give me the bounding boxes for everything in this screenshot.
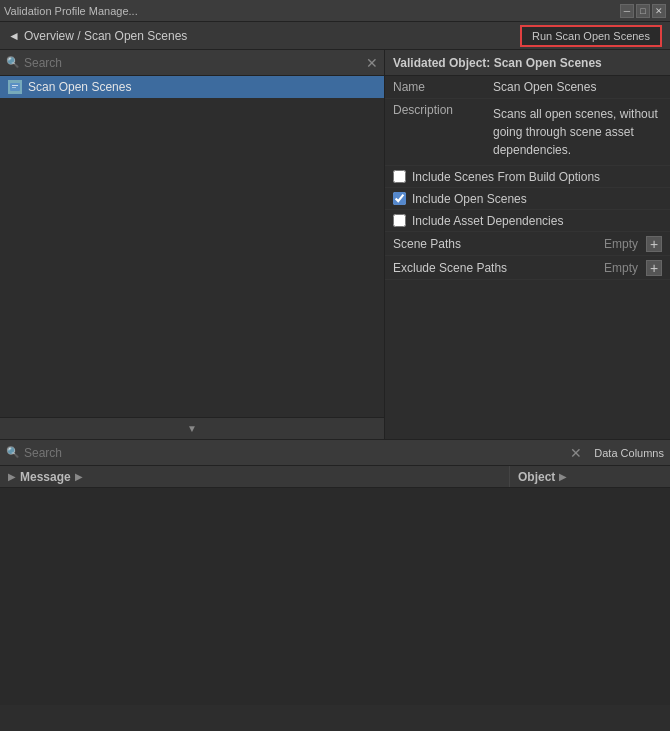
message-col-expand-icon: ▶ <box>8 471 16 482</box>
description-value: Scans all open scenes, without going thr… <box>485 99 670 165</box>
log-column-message: ▶ Message ▶ <box>0 466 510 487</box>
search-input[interactable] <box>24 56 362 70</box>
checkbox-build-options-input[interactable] <box>393 170 406 183</box>
checkbox-include-open-scenes: Include Open Scenes <box>385 188 670 210</box>
log-table-header: ▶ Message ▶ Object ▶ <box>0 466 670 488</box>
svg-rect-1 <box>12 85 18 86</box>
filter-bar: ▼ <box>0 417 384 439</box>
maximize-button[interactable]: □ <box>636 4 650 18</box>
name-value: Scan Open Scenes <box>485 76 670 98</box>
close-button[interactable]: ✕ <box>652 4 666 18</box>
minimize-button[interactable]: ─ <box>620 4 634 18</box>
object-col-header: Object <box>518 470 555 484</box>
scene-paths-right: Empty + <box>604 236 662 252</box>
title-bar-left: Validation Profile Manage... <box>4 5 138 17</box>
run-scan-button[interactable]: Run Scan Open Scenes <box>520 25 662 47</box>
message-col-header: Message <box>20 470 71 484</box>
scene-paths-add-button[interactable]: + <box>646 236 662 252</box>
filter-icon: ▼ <box>187 423 197 434</box>
prop-name-row: Name Scan Open Scenes <box>385 76 670 99</box>
name-label: Name <box>385 76 485 98</box>
left-panel: 🔍 ✕ Scan Open Scenes ▼ <box>0 50 385 439</box>
log-search-input[interactable] <box>24 446 566 460</box>
title-bar: Validation Profile Manage... ─ □ ✕ <box>0 0 670 22</box>
main-content: 🔍 ✕ Scan Open Scenes ▼ Validated <box>0 50 670 440</box>
properties-area: Name Scan Open Scenes Description Scans … <box>385 76 670 439</box>
checkbox-asset-deps-input[interactable] <box>393 214 406 227</box>
log-search-bar: 🔍 ✕ Data Columns <box>0 440 670 466</box>
title-bar-controls: ─ □ ✕ <box>620 4 666 18</box>
window-title: Validation Profile Manage... <box>4 5 138 17</box>
breadcrumb-bar: ◄ Overview / Scan Open Scenes Run Scan O… <box>0 22 670 50</box>
prop-description-row: Description Scans all open scenes, witho… <box>385 99 670 166</box>
log-search-clear-button[interactable]: ✕ <box>570 445 582 461</box>
exclude-scene-paths-add-button[interactable]: + <box>646 260 662 276</box>
log-search-left: 🔍 ✕ <box>6 445 582 461</box>
exclude-scene-paths-empty: Empty <box>604 261 638 275</box>
message-col-arrow-icon: ▶ <box>75 471 83 482</box>
exclude-scene-paths-right: Empty + <box>604 260 662 276</box>
validated-header-text: Validated Object: Scan Open Scenes <box>393 56 602 70</box>
log-panel: 🔍 ✕ Data Columns ▶ Message ▶ Object ▶ <box>0 440 670 705</box>
description-label: Description <box>385 99 485 121</box>
log-search-icon: 🔍 <box>6 446 20 459</box>
scene-paths-label: Scene Paths <box>393 237 461 251</box>
checkbox-include-build-options: Include Scenes From Build Options <box>385 166 670 188</box>
checkbox-asset-deps-label: Include Asset Dependencies <box>412 214 563 228</box>
search-icon: 🔍 <box>6 56 20 69</box>
scene-paths-empty: Empty <box>604 237 638 251</box>
log-content-area <box>0 488 670 705</box>
log-column-object: Object ▶ <box>510 466 670 487</box>
right-panel: Validated Object: Scan Open Scenes Name … <box>385 50 670 439</box>
scene-paths-row: Scene Paths Empty + <box>385 232 670 256</box>
checkbox-open-scenes-input[interactable] <box>393 192 406 205</box>
data-columns-button[interactable]: Data Columns <box>586 447 664 459</box>
exclude-scene-paths-row: Exclude Scene Paths Empty + <box>385 256 670 280</box>
tree-item-scan-open-scenes[interactable]: Scan Open Scenes <box>0 76 384 98</box>
breadcrumb-back-arrow[interactable]: ◄ <box>8 29 20 43</box>
tree-item-label: Scan Open Scenes <box>28 80 131 94</box>
checkbox-open-scenes-label: Include Open Scenes <box>412 192 527 206</box>
breadcrumb: ◄ Overview / Scan Open Scenes <box>8 29 187 43</box>
exclude-scene-paths-label: Exclude Scene Paths <box>393 261 507 275</box>
tree-item-icon <box>8 80 22 94</box>
breadcrumb-path: Overview / Scan Open Scenes <box>24 29 187 43</box>
object-col-arrow-icon: ▶ <box>559 471 567 482</box>
validated-header: Validated Object: Scan Open Scenes <box>385 50 670 76</box>
search-clear-button[interactable]: ✕ <box>366 56 378 70</box>
left-search-bar: 🔍 ✕ <box>0 50 384 76</box>
checkbox-build-options-label: Include Scenes From Build Options <box>412 170 600 184</box>
svg-rect-2 <box>12 87 16 88</box>
tree-area: Scan Open Scenes <box>0 76 384 417</box>
checkbox-include-asset-dependencies: Include Asset Dependencies <box>385 210 670 232</box>
